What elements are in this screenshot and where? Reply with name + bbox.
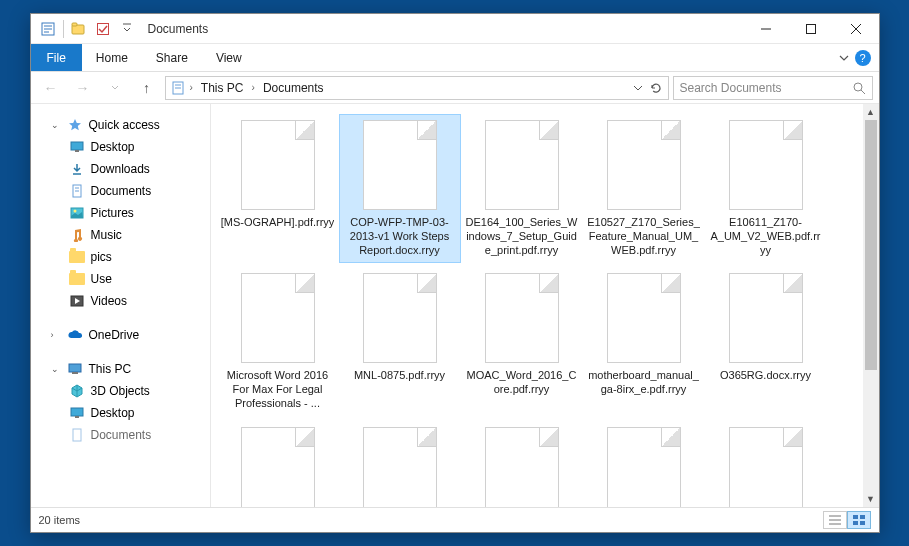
file-icon (363, 273, 437, 363)
breadcrumb-dropdown-icon[interactable] (630, 80, 646, 96)
scroll-thumb[interactable] (865, 120, 877, 370)
downloads-icon (69, 161, 85, 177)
sidebar-item-pics[interactable]: pics (31, 246, 210, 268)
file-item[interactable]: Microsoft Word 2016 For Max For Legal Pr… (217, 267, 339, 416)
svg-rect-30 (73, 429, 81, 441)
up-button[interactable]: ↑ (133, 76, 161, 100)
explorer-window: Documents File Home Share View ? ← → ↑ ›… (30, 13, 880, 533)
file-item[interactable] (461, 421, 583, 508)
file-item[interactable]: DE164_100_Series_Windows_7_Setup_Guide_p… (461, 114, 583, 263)
file-name: O365RG.docx.rryy (720, 369, 811, 383)
caret-right-icon[interactable]: › (51, 330, 61, 340)
forward-button[interactable]: → (69, 76, 97, 100)
file-name: DE164_100_Series_Windows_7_Setup_Guide_p… (465, 216, 579, 257)
scrollbar[interactable]: ▲ ▼ (863, 104, 879, 507)
breadcrumb-box[interactable]: › This PC › Documents (165, 76, 669, 100)
pictures-icon (69, 205, 85, 221)
sidebar-this-pc[interactable]: ⌄ This PC (31, 358, 210, 380)
file-item[interactable] (583, 421, 705, 508)
file-item[interactable] (217, 421, 339, 508)
sidebar-item-desktop-pc[interactable]: Desktop (31, 402, 210, 424)
file-item[interactable]: E10611_Z170-A_UM_V2_WEB.pdf.rryy (705, 114, 827, 263)
file-name: MOAC_Word_2016_Core.pdf.rryy (465, 369, 579, 397)
sidebar-item-music[interactable]: Music (31, 224, 210, 246)
breadcrumb-this-pc[interactable]: This PC (197, 81, 248, 95)
window-controls (744, 14, 879, 44)
svg-line-16 (861, 90, 865, 94)
status-bar: 20 items (31, 508, 879, 532)
sidebar-item-downloads[interactable]: Downloads (31, 158, 210, 180)
sidebar-item-3d-objects[interactable]: 3D Objects (31, 380, 210, 402)
properties-icon[interactable] (37, 18, 59, 40)
file-item[interactable]: O365RG.docx.rryy (705, 267, 827, 416)
file-icon (241, 273, 315, 363)
search-input[interactable]: Search Documents (673, 76, 873, 100)
maximize-button[interactable] (789, 14, 834, 44)
tab-share[interactable]: Share (142, 44, 202, 71)
breadcrumb-documents[interactable]: Documents (259, 81, 328, 95)
svg-point-24 (73, 210, 76, 213)
file-item[interactable]: MNL-0875.pdf.rryy (339, 267, 461, 416)
file-icon (729, 273, 803, 363)
view-large-icons-button[interactable] (847, 511, 871, 529)
folder-icon (69, 249, 85, 265)
new-folder-icon[interactable] (68, 18, 90, 40)
sidebar-item-documents[interactable]: Documents (31, 180, 210, 202)
search-placeholder: Search Documents (680, 81, 852, 95)
qat-dropdown-icon[interactable] (116, 18, 138, 40)
caret-down-icon[interactable]: ⌄ (51, 120, 61, 130)
scroll-up-icon[interactable]: ▲ (863, 104, 879, 120)
sidebar-item-pictures[interactable]: Pictures (31, 202, 210, 224)
videos-icon (69, 293, 85, 309)
file-icon (729, 120, 803, 210)
sidebar-item-label: Desktop (91, 140, 135, 154)
sidebar-item-videos[interactable]: Videos (31, 290, 210, 312)
file-list[interactable]: [MS-OGRAPH].pdf.rryyCOP-WFP-TMP-03-2013-… (211, 104, 879, 507)
sidebar-item-desktop[interactable]: Desktop (31, 136, 210, 158)
ribbon-expand-icon[interactable] (839, 53, 849, 63)
sidebar-item-label: Downloads (91, 162, 150, 176)
onedrive-icon (67, 327, 83, 343)
chevron-right-icon[interactable]: › (252, 82, 255, 93)
recent-locations-icon[interactable] (101, 76, 129, 100)
chevron-right-icon[interactable]: › (190, 82, 193, 93)
sidebar-item-label: pics (91, 250, 112, 264)
file-item[interactable]: COP-WFP-TMP-03-2013-v1 Work Steps Report… (339, 114, 461, 263)
minimize-button[interactable] (744, 14, 789, 44)
svg-rect-27 (72, 372, 78, 374)
3d-icon (69, 383, 85, 399)
desktop-icon (69, 405, 85, 421)
file-item[interactable] (705, 421, 827, 508)
caret-down-icon[interactable]: ⌄ (51, 364, 61, 374)
file-icon (485, 120, 559, 210)
sidebar-quick-access[interactable]: ⌄ Quick access (31, 114, 210, 136)
sidebar-item-label: Desktop (91, 406, 135, 420)
file-item[interactable] (339, 421, 461, 508)
tab-home[interactable]: Home (82, 44, 142, 71)
svg-rect-17 (71, 142, 83, 150)
file-item[interactable]: motherboard_manual_ga-8irx_e.pdf.rryy (583, 267, 705, 416)
file-name: MNL-0875.pdf.rryy (354, 369, 445, 383)
sidebar-onedrive[interactable]: › OneDrive (31, 324, 210, 346)
file-icon (607, 427, 681, 508)
navigation-pane: ⌄ Quick access Desktop Downloads Documen… (31, 104, 211, 507)
scroll-down-icon[interactable]: ▼ (863, 491, 879, 507)
help-icon[interactable]: ? (855, 50, 871, 66)
tab-view[interactable]: View (202, 44, 256, 71)
svg-rect-18 (75, 150, 79, 152)
desktop-icon (69, 139, 85, 155)
svg-rect-36 (853, 521, 858, 525)
file-item[interactable]: E10527_Z170_Series_Feature_Manual_UM_WEB… (583, 114, 705, 263)
checkbox-icon[interactable] (92, 18, 114, 40)
back-button[interactable]: ← (37, 76, 65, 100)
file-item[interactable]: [MS-OGRAPH].pdf.rryy (217, 114, 339, 263)
file-item[interactable]: MOAC_Word_2016_Core.pdf.rryy (461, 267, 583, 416)
file-tab[interactable]: File (31, 44, 82, 71)
sidebar-item-documents-pc[interactable]: Documents (31, 424, 210, 446)
close-button[interactable] (834, 14, 879, 44)
sidebar-item-label: Quick access (89, 118, 160, 132)
refresh-icon[interactable] (648, 80, 664, 96)
status-item-count: 20 items (39, 514, 81, 526)
sidebar-item-use[interactable]: Use (31, 268, 210, 290)
view-details-button[interactable] (823, 511, 847, 529)
